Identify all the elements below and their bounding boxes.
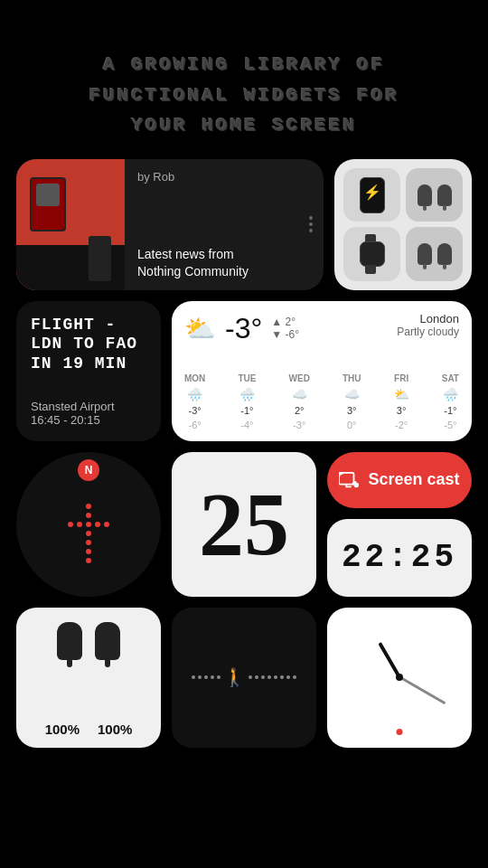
weather-cloud-icon: ⛅ <box>184 314 216 344</box>
header-section: A GROWING LIBRARY OF FUNCTIONAL WIDGETS … <box>0 0 488 159</box>
forecast-mon-icon: 🌧️ <box>187 387 202 401</box>
watch-icon-container <box>360 241 385 267</box>
walk-dot-9 <box>267 675 271 679</box>
forecast-wed: WED ☁️ 2° -3° <box>289 373 310 430</box>
walk-dot-8 <box>261 675 265 679</box>
row-4: 100% 100% 🚶 <box>0 608 488 748</box>
lightning-icon: ⚡ <box>363 184 381 201</box>
nothing-phone-icon: ⚡ <box>360 177 385 213</box>
earbud-right <box>95 622 120 660</box>
flight-time: 16:45 - 20:15 <box>31 413 146 427</box>
number-widget[interactable]: 25 <box>172 452 316 597</box>
svg-point-1 <box>86 513 91 518</box>
clock-hour-hand <box>378 642 400 678</box>
earbud-left <box>57 622 82 660</box>
weather-temp: -3° <box>225 312 262 344</box>
forecast-sat-icon: 🌧️ <box>443 387 458 401</box>
news-title: Latest news fromNothing Community <box>137 246 311 278</box>
nothing-n-badge: N <box>78 459 99 481</box>
svg-point-0 <box>86 504 91 509</box>
svg-point-5 <box>86 549 91 554</box>
forecast-mon: MON 🌧️ -3° -6° <box>184 373 205 430</box>
walk-dot-4 <box>211 675 214 679</box>
walk-dot-2 <box>198 675 202 679</box>
battery-labels: 100% 100% <box>45 722 133 737</box>
device-cell-watch <box>343 227 400 281</box>
earbuds-bottom-icon <box>418 243 452 265</box>
device-widget: ⚡ <box>334 159 472 290</box>
weather-widget[interactable]: ⛅ -3° ▲ 2° ▼ -6° London Partly cloudy MO… <box>172 301 472 441</box>
clock-minute-hand <box>399 676 446 705</box>
weather-temp-container: -3° <box>225 312 262 345</box>
svg-point-4 <box>86 540 91 545</box>
walking-widget: 🚶 <box>172 608 316 748</box>
earbuds-battery-widget[interactable]: 100% 100% <box>16 608 161 748</box>
earbuds-large-display <box>57 622 120 660</box>
news-byline: by Rob <box>137 170 311 184</box>
news-widget[interactable]: by Rob Latest news fromNothing Community <box>16 159 324 290</box>
row-1: by Rob Latest news fromNothing Community… <box>0 159 488 290</box>
walk-dot-6 <box>249 675 252 679</box>
screencast-button[interactable]: Screen cast <box>327 452 472 508</box>
forecast-tue: TUE 🌧️ -1° -4° <box>238 373 256 430</box>
clock-widget <box>327 608 472 748</box>
forecast-sat: SAT 🌧️ -1° -5° <box>442 373 459 430</box>
cross-pattern <box>61 497 116 570</box>
device-cell-earbuds-top <box>406 168 463 222</box>
weather-forecast: MON 🌧️ -3° -6° TUE 🌧️ -1° -4° WED ☁️ 2° … <box>184 373 459 430</box>
earbuds-top-icon <box>418 184 452 206</box>
clock-face <box>330 608 470 748</box>
walk-dot-5 <box>217 675 221 679</box>
flight-airport: Stansted Airport <box>31 400 146 413</box>
svg-point-2 <box>86 522 91 527</box>
weather-temp-range: ▲ 2° ▼ -6° <box>271 316 299 341</box>
walk-dot-13 <box>293 675 296 679</box>
weather-top: ⛅ -3° ▲ 2° ▼ -6° London Partly cloudy <box>184 312 459 345</box>
row-2: FLIGHT -LDN TO FAOIN 19 MIN Stansted Air… <box>0 301 488 441</box>
battery-left: 100% <box>45 722 80 737</box>
right-column-row3: Screen cast 22:25 <box>327 452 472 597</box>
watch-band-bottom <box>365 265 376 274</box>
forecast-thu-icon: ☁️ <box>344 387 360 401</box>
walk-dot-10 <box>274 675 277 679</box>
svg-point-9 <box>95 522 100 527</box>
walk-dot-3 <box>204 675 208 679</box>
forecast-wed-icon: ☁️ <box>292 387 307 401</box>
battery-right: 100% <box>98 722 132 737</box>
walk-dot-7 <box>255 675 258 679</box>
walking-person-icon: 🚶 <box>223 666 246 688</box>
news-content: by Rob Latest news fromNothing Community <box>125 159 324 290</box>
svg-point-7 <box>68 522 73 527</box>
screencast-icon <box>339 472 359 488</box>
device-cell-phone: ⚡ <box>343 168 400 222</box>
forecast-fri-icon: ⛅ <box>394 387 409 401</box>
device-cell-earbuds-bottom <box>406 227 463 281</box>
clock-center-dot <box>396 674 403 681</box>
flight-route: FLIGHT -LDN TO FAOIN 19 MIN <box>31 316 146 374</box>
title-line-2: FUNCTIONAL WIDGETS FOR <box>89 85 399 106</box>
weather-left: ⛅ -3° ▲ 2° ▼ -6° <box>184 312 299 345</box>
weather-high: ▲ 2° <box>271 316 299 328</box>
circle-widget[interactable]: N <box>16 452 161 597</box>
svg-point-10 <box>104 522 109 527</box>
forecast-fri: FRI ⛅ 3° -2° <box>394 373 409 430</box>
weather-location-container: London Partly cloudy <box>397 312 459 338</box>
forecast-thu: THU ☁️ 3° 0° <box>343 373 361 430</box>
flight-widget[interactable]: FLIGHT -LDN TO FAOIN 19 MIN Stansted Air… <box>16 301 161 441</box>
row-3: N 25 <box>0 452 488 597</box>
walking-animation: 🚶 <box>183 666 305 688</box>
title-line-1: A GROWING LIBRARY OF <box>103 54 385 75</box>
big-number: 25 <box>199 479 289 570</box>
walk-dot-1 <box>192 675 195 679</box>
news-image <box>16 159 125 290</box>
weather-condition: Partly cloudy <box>397 326 459 338</box>
title-line-3: YOUR HOME SCREEN <box>131 115 357 136</box>
news-dots-menu <box>309 216 313 232</box>
walk-dot-12 <box>286 675 290 679</box>
weather-location: London <box>397 312 459 326</box>
walk-dot-11 <box>280 675 284 679</box>
main-title: A GROWING LIBRARY OF FUNCTIONAL WIDGETS … <box>45 50 443 141</box>
weather-low: ▼ -6° <box>271 328 299 341</box>
svg-point-8 <box>77 522 82 527</box>
forecast-tue-icon: 🌧️ <box>239 387 255 401</box>
